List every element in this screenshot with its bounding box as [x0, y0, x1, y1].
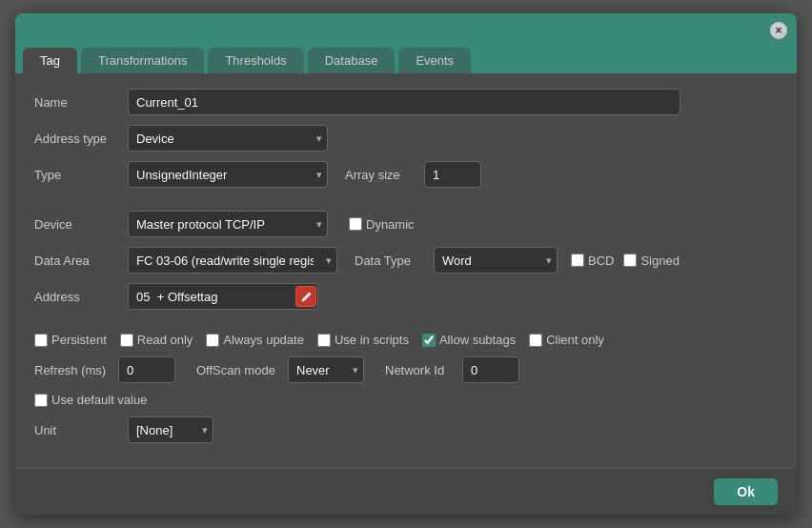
tab-tag[interactable]: Tag: [23, 48, 77, 73]
ok-button[interactable]: Ok: [714, 478, 778, 505]
bcd-label: BCD: [588, 254, 614, 268]
form-content: Name Address type Device Type UnsignedIn…: [15, 73, 797, 468]
options-row: Persistent Read only Always update Use i…: [34, 333, 778, 347]
address-type-row: Address type Device: [34, 125, 778, 152]
bcd-checkbox[interactable]: [571, 254, 584, 267]
client-only-checkbox[interactable]: [529, 334, 542, 347]
type-select[interactable]: UnsignedInteger: [128, 161, 328, 188]
bottom-bar: Ok: [15, 468, 797, 515]
device-select[interactable]: Master protocol TCP/IP: [128, 211, 328, 237]
persistent-label: Persistent: [51, 333, 107, 347]
unit-label: Unit: [34, 423, 120, 437]
use-default-label: Use default value: [51, 393, 147, 407]
dynamic-label: Dynamic: [366, 217, 415, 232]
signed-checkbox-item[interactable]: Signed: [623, 254, 679, 268]
persistent-checkbox-item[interactable]: Persistent: [34, 333, 107, 347]
name-row: Name: [34, 89, 778, 115]
signed-checkbox[interactable]: [623, 254, 637, 267]
offscan-select[interactable]: Never: [288, 356, 364, 383]
close-button[interactable]: ×: [770, 22, 787, 39]
data-type-select[interactable]: Word: [434, 247, 558, 274]
unit-select-wrapper: [None]: [128, 416, 213, 443]
type-wrapper: UnsignedInteger: [128, 161, 328, 188]
data-type-wrapper: Word: [434, 247, 558, 274]
address-row: Address: [34, 283, 778, 310]
bcd-signed-group: BCD Signed: [571, 254, 680, 268]
dynamic-checkbox[interactable]: [349, 217, 362, 231]
type-row: Type UnsignedInteger Array size: [34, 161, 778, 188]
network-id-group: Network Id: [385, 356, 519, 383]
always-update-label: Always update: [223, 333, 304, 347]
address-container: [128, 283, 318, 310]
array-size-label: Array size: [345, 168, 416, 182]
client-only-label: Client only: [546, 333, 604, 347]
device-row: Device Master protocol TCP/IP Dynamic: [34, 211, 778, 237]
address-label: Address: [34, 290, 120, 304]
refresh-row: Refresh (ms) OffScan mode Never Network …: [34, 356, 778, 383]
pen-icon-button[interactable]: [295, 286, 316, 307]
persistent-checkbox[interactable]: [34, 334, 48, 347]
use-in-scripts-label: Use in scripts: [335, 333, 409, 347]
data-area-row: Data Area FC 03-06 (read/write single re…: [34, 247, 778, 274]
allow-subtags-checkbox-item[interactable]: Allow subtags: [422, 333, 516, 347]
always-update-checkbox-item[interactable]: Always update: [206, 333, 304, 347]
address-input[interactable]: [128, 283, 318, 310]
bcd-checkbox-item[interactable]: BCD: [571, 254, 614, 268]
tab-database[interactable]: Database: [308, 48, 396, 73]
unit-select[interactable]: [None]: [128, 416, 213, 443]
network-id-input[interactable]: [462, 356, 519, 383]
data-area-select[interactable]: FC 03-06 (read/write single regist: [128, 247, 337, 274]
data-type-label: Data Type: [355, 254, 426, 268]
type-label: Type: [34, 168, 120, 182]
read-only-checkbox-item[interactable]: Read only: [120, 333, 193, 347]
data-area-wrapper: FC 03-06 (read/write single regist: [128, 247, 337, 274]
network-id-label: Network Id: [385, 363, 457, 377]
offscan-wrapper: OffScan mode Never: [196, 356, 364, 383]
name-input[interactable]: [128, 89, 680, 115]
device-label: Device: [34, 217, 120, 232]
offscan-select-wrapper: Never: [288, 356, 364, 383]
signed-label: Signed: [640, 254, 679, 268]
dynamic-checkbox-item[interactable]: Dynamic: [349, 217, 415, 232]
data-area-label: Data Area: [34, 254, 120, 268]
use-in-scripts-checkbox-item[interactable]: Use in scripts: [317, 333, 409, 347]
array-size-input[interactable]: [424, 161, 481, 188]
address-type-wrapper: Device: [128, 125, 328, 152]
allow-subtags-label: Allow subtags: [439, 333, 516, 347]
tab-bar: Tag Transformations Thresholds Database …: [15, 48, 797, 73]
name-label: Name: [34, 95, 120, 110]
device-wrapper: Master protocol TCP/IP: [128, 211, 328, 237]
offscan-label: OffScan mode: [196, 363, 282, 377]
use-default-row: Use default value: [34, 393, 778, 407]
refresh-label: Refresh (ms): [34, 363, 111, 377]
tab-events[interactable]: Events: [398, 48, 471, 73]
allow-subtags-checkbox[interactable]: [422, 334, 436, 347]
tab-transformations[interactable]: Transformations: [81, 48, 204, 73]
use-default-checkbox-item[interactable]: Use default value: [34, 393, 147, 407]
always-update-checkbox[interactable]: [206, 334, 219, 347]
read-only-checkbox[interactable]: [120, 334, 133, 347]
tab-thresholds[interactable]: Thresholds: [208, 48, 303, 73]
unit-row: Unit [None]: [34, 416, 778, 443]
main-dialog: × Tag Transformations Thresholds Databas…: [15, 13, 797, 515]
read-only-label: Read only: [137, 333, 193, 347]
client-only-checkbox-item[interactable]: Client only: [529, 333, 604, 347]
address-type-label: Address type: [34, 132, 120, 146]
address-type-select[interactable]: Device: [128, 125, 328, 152]
use-in-scripts-checkbox[interactable]: [317, 334, 331, 347]
title-bar: ×: [15, 13, 797, 48]
use-default-checkbox[interactable]: [34, 394, 48, 407]
refresh-input[interactable]: [118, 356, 175, 383]
